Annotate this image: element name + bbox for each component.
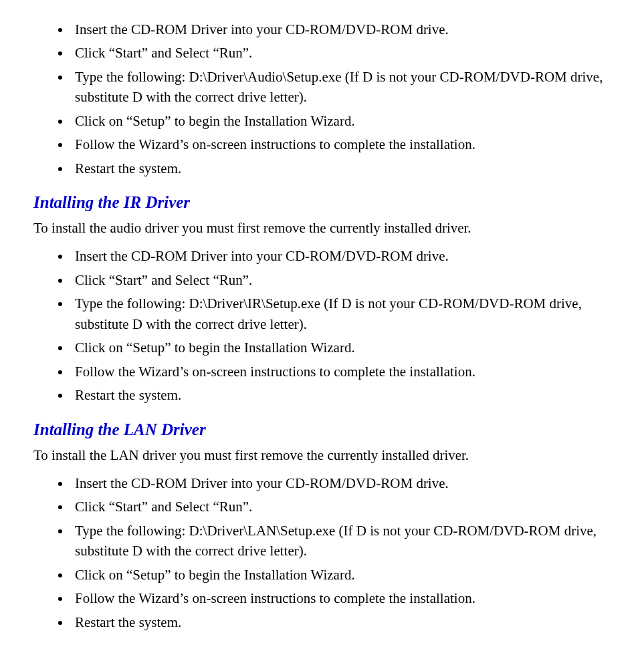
list-item: Follow the Wizard’s on-screen instructio… <box>71 134 611 154</box>
list-item: Click “Start” and Select “Run”. <box>71 270 611 290</box>
list-item: Click on “Setup” to begin the Installati… <box>71 111 611 131</box>
list-item: Click on “Setup” to begin the Installati… <box>71 338 611 358</box>
list-item: Click “Start” and Select “Run”. <box>71 497 611 517</box>
list-item: Insert the CD-ROM Driver into your CD-RO… <box>71 246 611 266</box>
bullet-list: Insert the CD-ROM Driver into your CD-RO… <box>33 246 611 405</box>
list-item: Restart the system. <box>71 385 611 405</box>
list-item: Restart the system. <box>71 158 611 178</box>
section-intro: To install the LAN driver you must first… <box>33 446 611 465</box>
list-item: Insert the CD-ROM Driver into your CD-RO… <box>71 473 611 493</box>
list-item: Type the following: D:\Driver\IR\Setup.e… <box>71 293 611 334</box>
list-item: Click on “Setup” to begin the Installati… <box>71 565 611 585</box>
list-item: Click “Start” and Select “Run”. <box>71 43 611 63</box>
bullet-list: Insert the CD-ROM Driver into your CD-RO… <box>33 19 611 178</box>
list-item: Follow the Wizard’s on-screen instructio… <box>71 362 611 382</box>
list-item: Insert the CD-ROM Driver into your CD-RO… <box>71 19 611 39</box>
list-item: Type the following: D:\Driver\Audio\Setu… <box>71 67 611 108</box>
list-item: Follow the Wizard’s on-screen instructio… <box>71 588 611 608</box>
bullet-list: Insert the CD-ROM Driver into your CD-RO… <box>33 473 611 632</box>
section-heading-ir: Intalling the IR Driver <box>33 193 611 212</box>
section-intro: To install the audio driver you must fir… <box>33 219 611 238</box>
list-item: Restart the system. <box>71 612 611 632</box>
list-item: Type the following: D:\Driver\LAN\Setup.… <box>71 521 611 561</box>
section-heading-lan: Intalling the LAN Driver <box>33 420 611 439</box>
